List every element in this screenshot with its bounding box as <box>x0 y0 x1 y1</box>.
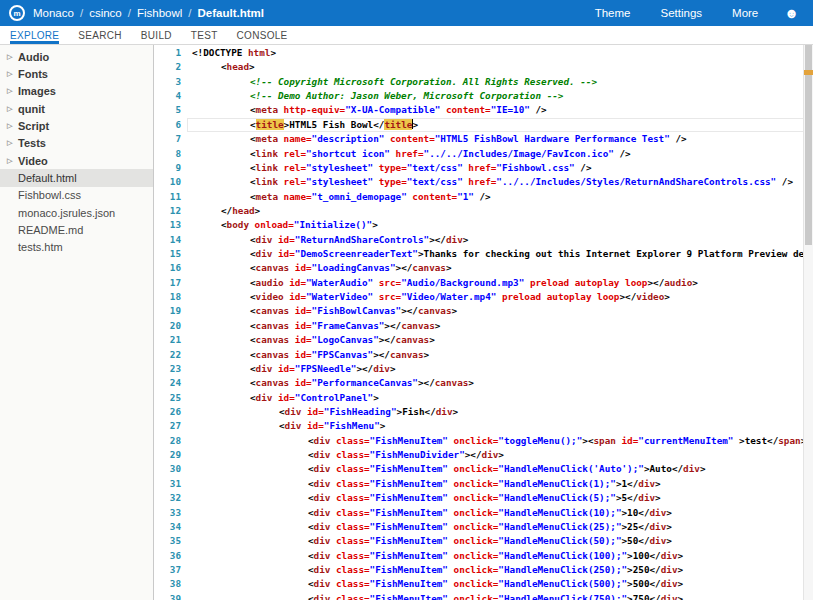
code-line[interactable]: 23<div id="FPSNeedle"></div> <box>154 362 813 376</box>
code-line[interactable]: 4<!-- Demo Author: Jason Weber, Microsof… <box>154 89 813 103</box>
code-text[interactable]: <div class="FishMenuItem" onclick="Handl… <box>192 477 661 491</box>
code-line[interactable]: 27<div id="FishMenu"> <box>154 419 813 433</box>
code-line[interactable]: 21<canvas id="LogoCanvas"></canvas> <box>154 333 813 347</box>
sidebar-folder-tests[interactable]: ▷Tests <box>0 135 153 152</box>
code-text[interactable]: <div class="FishMenuItem" onclick="Handl… <box>192 462 705 476</box>
code-line[interactable]: 5<meta http-equiv="X-UA-Compatible" cont… <box>154 103 813 117</box>
folder-collapsed-arrow-icon[interactable]: ▷ <box>7 122 15 130</box>
scrollbar-thumb[interactable] <box>805 45 812 245</box>
code-text[interactable]: <div id="FPSNeedle"></div> <box>192 362 396 376</box>
sidebar-folder-video[interactable]: ▷Video <box>0 152 153 169</box>
code-line[interactable]: 8<link rel="shortcut icon" href="../../I… <box>154 147 813 161</box>
sidebar-folder-images[interactable]: ▷Images <box>0 83 153 100</box>
code-line[interactable]: 3<!-- Copyright Microsoft Corporation. A… <box>154 75 813 89</box>
code-line[interactable]: 9<link rel="stylesheet" type="text/css" … <box>154 161 813 175</box>
code-text[interactable]: <div id="DemoScreenreaderText">Thanks fo… <box>192 247 810 261</box>
code-text[interactable]: <canvas id="FrameCanvas"></canvas> <box>192 319 440 333</box>
code-line[interactable]: 26<div id="FishHeading">Fish</div> <box>154 405 813 419</box>
sidebar-folder-audio[interactable]: ▷Audio <box>0 48 153 65</box>
sidebar-file-fishbowl-css[interactable]: Fishbowl.css <box>0 187 153 204</box>
code-text[interactable]: <audio id="WaterAudio" src="Audio/Backgr… <box>192 276 698 290</box>
code-text[interactable]: <canvas id="FPSCanvas"></canvas> <box>192 348 429 362</box>
code-text[interactable]: <div class="FishMenuItem" onclick="Handl… <box>192 520 672 534</box>
editor-scrollbar[interactable] <box>803 45 813 600</box>
code-text[interactable]: <div class="FishMenuItem" onclick="Handl… <box>192 491 661 505</box>
code-text[interactable]: <div class="FishMenuItem" onclick="Handl… <box>192 549 683 563</box>
code-line[interactable]: 22<canvas id="FPSCanvas"></canvas> <box>154 348 813 362</box>
code-text[interactable]: <link rel="shortcut icon" href="../../In… <box>192 147 631 161</box>
code-text[interactable]: <div class="FishMenuItem" onclick="Handl… <box>192 592 683 600</box>
code-line[interactable]: 15<div id="DemoScreenreaderText">Thanks … <box>154 247 813 261</box>
code-line[interactable]: 25<div id="ControlPanel"> <box>154 391 813 405</box>
code-text[interactable]: <canvas id="LogoCanvas"></canvas> <box>192 333 435 347</box>
code-line[interactable]: 37<div class="FishMenuItem" onclick="Han… <box>154 563 813 577</box>
code-text[interactable]: <canvas id="PerformanceCanvas"></canvas> <box>192 376 474 390</box>
code-text[interactable]: <meta name="t_omni_demopage" content="1"… <box>192 190 491 204</box>
code-line[interactable]: 20<canvas id="FrameCanvas"></canvas> <box>154 319 813 333</box>
code-line[interactable]: 11<meta name="t_omni_demopage" content="… <box>154 190 813 204</box>
code-line[interactable]: 32<div class="FishMenuItem" onclick="Han… <box>154 491 813 505</box>
code-line[interactable]: 34<div class="FishMenuItem" onclick="Han… <box>154 520 813 534</box>
code-text[interactable]: <!-- Demo Author: Jason Weber, Microsoft… <box>192 89 563 103</box>
code-text[interactable]: <div class="FishMenuDivider"></div> <box>192 448 504 462</box>
code-text[interactable]: <div class="FishMenuItem" onclick="Handl… <box>192 577 683 591</box>
code-text[interactable]: <canvas id="FishBowlCanvas"></canvas> <box>192 304 457 318</box>
tab-console[interactable]: CONSOLE <box>237 26 288 44</box>
menu-item-settings[interactable]: Settings <box>661 7 703 19</box>
code-line[interactable]: 13<body onload="Initialize()"> <box>154 218 813 232</box>
code-text[interactable]: <head> <box>192 60 255 74</box>
code-text[interactable]: <body onload="Initialize()"> <box>192 218 378 232</box>
code-line[interactable]: 17<audio id="WaterAudio" src="Audio/Back… <box>154 276 813 290</box>
folder-collapsed-arrow-icon[interactable]: ▷ <box>7 139 15 147</box>
code-line[interactable]: 10<link rel="stylesheet" type="text/css"… <box>154 175 813 189</box>
code-text[interactable]: </head> <box>192 204 260 218</box>
code-line[interactable]: 14<div id="ReturnAndShareControls"></div… <box>154 233 813 247</box>
breadcrumb-item-csinco[interactable]: csinco <box>89 7 122 19</box>
folder-collapsed-arrow-icon[interactable]: ▷ <box>7 70 15 78</box>
breadcrumb-item-default.html[interactable]: Default.html <box>198 7 264 19</box>
code-editor[interactable]: 1<!DOCTYPE html>2<head>3<!-- Copyright M… <box>154 45 813 600</box>
sidebar-folder-fonts[interactable]: ▷Fonts <box>0 65 153 82</box>
menu-item-theme[interactable]: Theme <box>595 7 631 19</box>
code-line[interactable]: 1<!DOCTYPE html> <box>154 46 813 60</box>
code-text[interactable]: <div id="ReturnAndShareControls"></div> <box>192 233 468 247</box>
code-text[interactable]: <div class="FishMenuItem" onclick="Handl… <box>192 534 672 548</box>
code-line[interactable]: 35<div class="FishMenuItem" onclick="Han… <box>154 534 813 548</box>
code-line[interactable]: 24<canvas id="PerformanceCanvas"></canva… <box>154 376 813 390</box>
code-text[interactable]: <!DOCTYPE html> <box>192 46 276 60</box>
code-line[interactable]: 2<head> <box>154 60 813 74</box>
breadcrumb-item-fishbowl[interactable]: Fishbowl <box>137 7 182 19</box>
code-line[interactable]: 16<canvas id="LoadingCanvas"></canvas> <box>154 261 813 275</box>
code-text[interactable]: <div class="FishMenuItem" onclick="toggl… <box>192 434 813 448</box>
tab-test[interactable]: TEST <box>191 26 218 44</box>
folder-collapsed-arrow-icon[interactable]: ▷ <box>7 53 15 61</box>
monaco-logo-icon[interactable]: m <box>9 5 25 21</box>
code-text[interactable]: <!-- Copyright Microsoft Corporation. Al… <box>192 75 597 89</box>
code-text[interactable]: <div id="FishMenu"> <box>192 419 385 433</box>
code-line[interactable]: 36<div class="FishMenuItem" onclick="Han… <box>154 549 813 563</box>
code-line[interactable]: 12</head> <box>154 204 813 218</box>
code-text[interactable]: <div class="FishMenuItem" onclick="Handl… <box>192 563 683 577</box>
folder-collapsed-arrow-icon[interactable]: ▷ <box>7 105 15 113</box>
code-text[interactable]: <link rel="stylesheet" type="text/css" h… <box>192 175 793 189</box>
sidebar-file-monaco-jsrules-json[interactable]: monaco.jsrules.json <box>0 204 153 221</box>
code-line[interactable]: 38<div class="FishMenuItem" onclick="Han… <box>154 577 813 591</box>
breadcrumb-item-monaco[interactable]: Monaco <box>33 7 74 19</box>
code-line[interactable]: 30<div class="FishMenuItem" onclick="Han… <box>154 462 813 476</box>
code-line[interactable]: 28<div class="FishMenuItem" onclick="tog… <box>154 434 813 448</box>
code-text[interactable]: <link rel="stylesheet" type="text/css" h… <box>192 161 592 175</box>
sidebar-file-readme-md[interactable]: README.md <box>0 221 153 238</box>
folder-collapsed-arrow-icon[interactable]: ▷ <box>7 87 15 95</box>
code-text[interactable]: <video id="WaterVideo" src="Video/Water.… <box>192 290 670 304</box>
menu-item-more[interactable]: More <box>732 7 758 19</box>
code-text[interactable]: <meta http-equiv="X-UA-Compatible" conte… <box>192 103 547 117</box>
feedback-smiley-icon[interactable]: ☻ <box>784 6 799 20</box>
code-line[interactable]: 29<div class="FishMenuDivider"></div> <box>154 448 813 462</box>
tab-explore[interactable]: EXPLORE <box>10 26 59 44</box>
code-line[interactable]: 19<canvas id="FishBowlCanvas"></canvas> <box>154 304 813 318</box>
code-line[interactable]: 39<div class="FishMenuItem" onclick="Han… <box>154 592 813 600</box>
sidebar-folder-qunit[interactable]: ▷qunit <box>0 100 153 117</box>
folder-collapsed-arrow-icon[interactable]: ▷ <box>7 157 15 165</box>
sidebar-file-default-html[interactable]: Default.html <box>0 169 153 186</box>
tab-build[interactable]: BUILD <box>141 26 172 44</box>
